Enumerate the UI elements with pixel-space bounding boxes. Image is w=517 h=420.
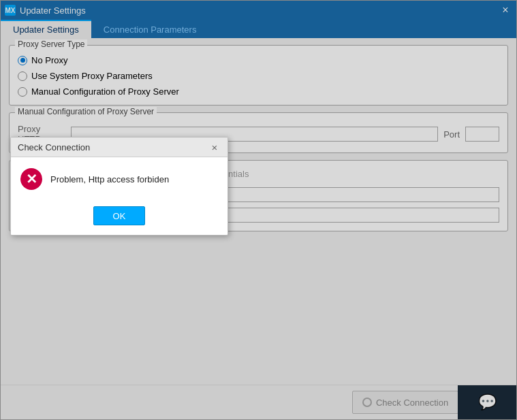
dialog-ok-button[interactable]: OK [93,206,146,225]
dialog-content: ✕ Problem, Http access forbiden [11,157,228,201]
dialog-message: Problem, Http access forbiden [50,174,169,184]
dialog-title: Check Connection [18,142,90,152]
check-connection-dialog: Check Connection × ✕ Problem, Http acces… [10,137,228,236]
dialog-title-bar: Check Connection × [11,138,228,157]
main-window: MX Updater Settings × Updater Settings C… [0,0,517,420]
dialog-close-button[interactable]: × [208,141,221,153]
dialog-footer: OK [11,201,228,235]
error-icon: ✕ [20,168,42,190]
